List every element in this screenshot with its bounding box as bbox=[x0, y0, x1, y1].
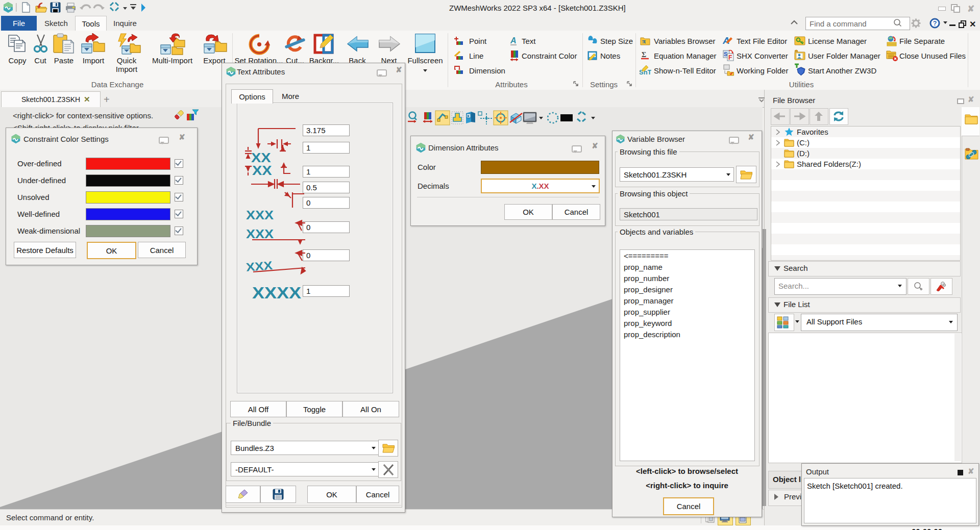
svg-text:S: S bbox=[724, 51, 727, 57]
svg-text:XXXX: XXXX bbox=[252, 285, 302, 302]
svg-text:XXX: XXX bbox=[246, 208, 274, 221]
svg-text:π: π bbox=[642, 37, 646, 45]
svg-text:XXX: XXX bbox=[246, 259, 274, 273]
svg-text:A: A bbox=[510, 36, 517, 45]
svg-text:XXX: XXX bbox=[246, 227, 274, 240]
svg-text:Σ: Σ bbox=[642, 51, 646, 59]
svg-text:?: ? bbox=[933, 20, 937, 27]
svg-text:F: F bbox=[728, 54, 732, 61]
svg-text:XX: XX bbox=[252, 164, 272, 178]
svg-text:XX: XX bbox=[251, 151, 271, 165]
